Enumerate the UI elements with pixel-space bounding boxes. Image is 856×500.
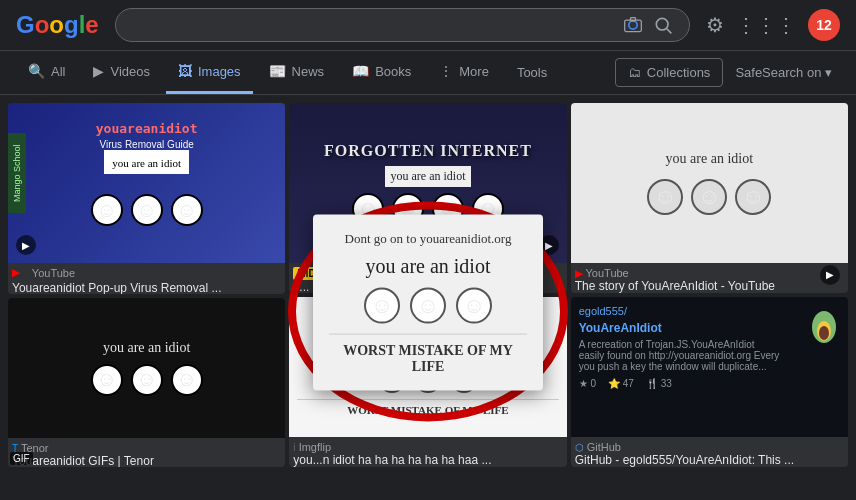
smiley-2: ☺ [131,194,163,226]
image-grid: Mango School you are an idiot ☺ ☺ ☺ ▶ ▶ … [0,95,856,475]
card-info-1: ▶ YouTube Youareanidiot Pop-up Virus Rem… [8,263,285,294]
search-icon [653,15,673,35]
smiley-hl-3: ☺ [456,288,492,324]
search-button[interactable] [653,15,673,35]
result-card-4[interactable]: you are an idiot ☺ ☺ ☺ GIF T Tenor Youar… [8,298,285,467]
github-preview: egold555/ YouAreAnIdiot A recreation of … [571,297,848,437]
github-repo: YouAreAnIdiot [579,321,840,335]
play-button-3[interactable]: ▶ [820,265,840,285]
you-are-an-idiot-2: you are an idiot [385,166,472,187]
svg-point-3 [656,18,668,30]
camera-icon [623,15,643,35]
smiley-row-highlighted: ☺ ☺ ☺ [329,288,527,324]
smiley-gif-3: ☺ [171,364,203,396]
lens-button[interactable] [623,15,643,35]
images-icon: 🖼 [178,63,192,79]
smiley-gif-2: ☺ [131,364,163,396]
smiley-r-3: ☺ [735,179,771,215]
more-icon: ⋮ [439,63,453,79]
github-user: egold555/ [579,305,840,317]
card-title-3: The story of YouAreAnIdiot - YouTube [575,279,844,293]
smiley-gif-1: ☺ [91,364,123,396]
nav-item-news[interactable]: 📰 News [257,51,337,94]
you-are-an-idiot-3: you are an idiot [666,151,753,167]
collections-button[interactable]: 🗂 Collections [615,58,724,87]
smiley-hl-2: ☺ [410,288,446,324]
smiley-1: ☺ [91,194,123,226]
books-icon: 📖 [352,63,369,79]
youtube-badge: ▶ [12,267,26,281]
settings-button[interactable]: ⚙ [706,13,724,37]
grid-col-1: Mango School you are an idiot ☺ ☺ ☺ ▶ ▶ … [8,103,285,467]
header: Google youareanidiot ⚙ ⋮⋮⋮ 12 [0,0,856,51]
nav-item-videos[interactable]: ▶ Videos [81,51,162,94]
svg-rect-2 [631,18,636,21]
smiley-hl-1: ☺ [364,288,400,324]
tools-button[interactable]: Tools [505,57,559,88]
header-right: ⚙ ⋮⋮⋮ 12 [706,9,840,41]
card-info-6: ⬡ GitHub GitHub - egold555/YouAreAnIdiot… [571,437,848,467]
highlight-bottom-text: WORST MISTAKE OF MY LIFE [329,334,527,375]
smiley-r-1: ☺ [647,179,683,215]
svg-line-4 [667,29,672,34]
nav-bar: 🔍 All ▶ Videos 🖼 Images 📰 News 📖 Books ⋮… [0,51,856,95]
nav-item-all[interactable]: 🔍 All [16,51,77,94]
card-info-5: i Imgflip you...n idiot ha ha ha ha ha h… [289,437,566,467]
imgflip-badge: i [293,442,295,453]
videos-icon: ▶ [93,63,104,79]
nav-item-images[interactable]: 🖼 Images [166,51,253,94]
nav-item-books[interactable]: 📖 Books [340,51,423,94]
github-badge: ⬡ [575,442,584,453]
search-bar[interactable]: youareanidiot [115,8,690,42]
github-stats: ★ 0⭐ 47🍴 33 [579,378,840,389]
avocado-icon [808,305,840,345]
svg-point-7 [819,326,829,340]
nav-item-more[interactable]: ⋮ More [427,51,501,94]
you-are-an-idiot-label: you are an idiot [104,150,189,174]
smiley-row-1: ☺ ☺ ☺ [91,194,203,226]
smiley-3: ☺ [171,194,203,226]
grid-col-3: you are an idiot ☺ ☺ ☺ ▶ ▶ YouTube The s… [571,103,848,467]
imgflip-bottom-text: WORST MISTAKE OF MY LIFE [297,399,558,416]
search-input[interactable]: youareanidiot [132,16,613,34]
card-title-1: Youareanidiot Pop-up Virus Removal ... [12,281,281,294]
collections-icon: 🗂 [628,65,641,80]
news-icon: 📰 [269,63,286,79]
result-card-1[interactable]: Mango School you are an idiot ☺ ☺ ☺ ▶ ▶ … [8,103,285,294]
safesearch-label[interactable]: SafeSearch on ▾ [727,59,840,86]
gif-badge: GIF [10,452,33,465]
result-card-3[interactable]: you are an idiot ☺ ☺ ☺ ▶ ▶ YouTube The s… [571,103,848,293]
card-info-3: ▶ YouTube The story of YouAreAnIdiot - Y… [571,263,848,293]
card-title-6: GitHub - egold555/YouAreAnIdiot: This ..… [575,453,844,467]
mango-school-badge: Mango School [8,133,26,213]
highlight-top-text: Dont go on to youareanidiot.org [329,231,527,247]
svg-point-0 [629,21,637,29]
card-title-4: Youareanidiot GIFs | Tenor [12,454,281,467]
youtube-badge-2: ▶ [575,268,583,279]
avatar[interactable]: 12 [808,9,840,41]
forgotten-internet-label: FORGOTTEN INTERNET [324,142,532,160]
card-title-5: you...n idiot ha ha ha ha ha ha haa ... [293,453,562,467]
play-button[interactable]: ▶ [16,235,36,255]
card-info-4: T Tenor Youareanidiot GIFs | Tenor [8,438,285,467]
github-desc: A recreation of Trojan.JS.YouAreAnIdiote… [579,339,840,372]
apps-button[interactable]: ⋮⋮⋮ [736,13,796,37]
tools-label: Tools [517,65,547,80]
highlighted-card[interactable]: Dont go on to youareanidiot.org you are … [313,215,543,391]
all-icon: 🔍 [28,63,45,79]
highlight-title: you are an idiot [329,255,527,278]
smiley-r-2: ☺ [691,179,727,215]
result-card-6[interactable]: egold555/ YouAreAnIdiot A recreation of … [571,297,848,467]
google-logo: Google [16,11,99,39]
